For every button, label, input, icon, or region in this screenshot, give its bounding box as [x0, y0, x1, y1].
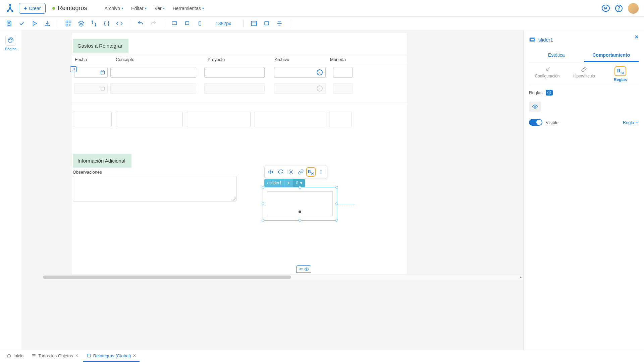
table-row: ↑ [74, 80, 407, 97]
tab-comportamiento[interactable]: Comportamiento [584, 49, 639, 62]
resize-handle[interactable] [299, 219, 301, 222]
connector-icon[interactable] [90, 20, 98, 27]
subtab-configuracion[interactable]: Configuración [529, 63, 566, 85]
rules-icon[interactable]: R(x) [306, 167, 316, 177]
selected-component-box[interactable] [263, 187, 337, 221]
resize-handle[interactable] [262, 202, 264, 205]
resize-handle[interactable] [335, 186, 338, 189]
proyecto-input[interactable] [204, 67, 265, 78]
info-badge-icon[interactable]: ⓘ [546, 90, 553, 96]
resize-handle[interactable] [335, 219, 338, 222]
mobile-icon[interactable] [196, 20, 204, 27]
app-logo-icon[interactable] [5, 4, 15, 13]
alignment-guide [338, 204, 355, 204]
summary-cell[interactable] [255, 112, 325, 127]
tab-inicio[interactable]: Inicio [3, 351, 27, 362]
observaciones-textarea[interactable] [73, 176, 236, 201]
tab-estetica[interactable]: Estética [529, 49, 584, 62]
visible-toggle[interactable] [529, 119, 542, 126]
canvas-wrap[interactable]: Js Gastos a Reintegrar Fecha Concepto Pr… [21, 30, 523, 350]
svg-point-37 [546, 69, 548, 71]
concepto-input[interactable] [110, 67, 196, 78]
more-icon[interactable] [316, 167, 326, 177]
rx-badge[interactable]: Rx [296, 265, 311, 273]
link-icon[interactable] [296, 167, 306, 177]
resize-handle[interactable] [262, 186, 264, 189]
gear-icon[interactable] [286, 167, 296, 177]
chip-add[interactable]: + [284, 179, 293, 187]
rules-label: Reglas [529, 90, 542, 95]
col-proyecto: Proyecto [205, 55, 272, 64]
add-rule-button[interactable]: Regla + [623, 119, 639, 125]
scroll-right-icon[interactable]: ▸ [520, 275, 522, 279]
palette-icon[interactable] [276, 167, 285, 177]
eye-icon [532, 104, 538, 110]
svg-rect-17 [265, 21, 269, 25]
menu-archivo[interactable]: Archivo▾ [104, 6, 123, 11]
table-row: ↑ [74, 64, 407, 80]
archivo-input[interactable]: ↑ [274, 67, 326, 78]
summary-cell[interactable] [187, 112, 251, 127]
summary-cell[interactable] [329, 112, 352, 127]
close-icon[interactable]: ✕ [133, 353, 136, 358]
chevron-down-icon: ▾ [163, 6, 165, 10]
move-icon[interactable] [266, 167, 275, 177]
layers-icon[interactable] [77, 20, 85, 27]
ia-badge[interactable]: IA [602, 5, 610, 12]
window-icon[interactable] [263, 20, 270, 27]
svg-point-38 [534, 106, 536, 108]
visibility-preview[interactable] [529, 102, 541, 112]
summary-cell[interactable] [116, 112, 183, 127]
braces-icon[interactable] [103, 20, 110, 27]
menu-ver[interactable]: Ver▾ [155, 6, 165, 11]
resize-handle[interactable] [299, 186, 301, 189]
redo-icon[interactable] [150, 20, 157, 27]
scrollbar-thumb[interactable] [43, 276, 291, 279]
help-icon[interactable] [614, 4, 623, 13]
create-button[interactable]: + Crear [19, 3, 46, 14]
menu-editar-label: Editar [131, 6, 144, 11]
tab-todos[interactable]: Todos los Objetos ✕ [28, 351, 82, 362]
export-icon[interactable] [44, 20, 51, 27]
calendar-icon [100, 86, 105, 91]
tablet-icon[interactable] [183, 20, 191, 27]
moneda-input[interactable] [333, 67, 353, 78]
svg-rect-8 [69, 21, 71, 23]
component-toolbar: R(x) [264, 166, 327, 178]
desktop-icon[interactable] [171, 20, 178, 27]
subtab-hipervinculo[interactable]: Hipervínculo [566, 63, 602, 85]
viewport-width: 1382px [216, 21, 231, 26]
components-icon[interactable] [65, 20, 72, 27]
save-icon[interactable] [5, 20, 13, 27]
col-archivo: Archivo [272, 55, 327, 64]
svg-rect-9 [66, 24, 68, 26]
summary-cell[interactable] [73, 112, 112, 127]
panel-title: slider1 [529, 36, 635, 43]
undo-icon[interactable] [137, 20, 144, 27]
chevron-left-icon: ‹ [267, 181, 268, 185]
chip-parent[interactable]: ‹slider1 [264, 179, 284, 187]
subtab-label: Hipervínculo [573, 74, 595, 78]
canvas[interactable]: Js Gastos a Reintegrar Fecha Concepto Pr… [72, 33, 407, 274]
fecha-input[interactable] [74, 67, 108, 78]
resize-handle-icon[interactable] [232, 197, 235, 200]
rail-pagina[interactable]: Página [5, 35, 16, 51]
code-icon[interactable] [116, 20, 123, 27]
resize-handle[interactable] [262, 219, 264, 222]
close-icon[interactable]: ✕ [635, 34, 639, 40]
menu-editar[interactable]: Editar▾ [131, 6, 147, 11]
menu-herramientas[interactable]: Herramientas▾ [173, 6, 204, 11]
subtab-reglas[interactable]: R(x) Reglas [602, 63, 639, 85]
check-icon[interactable] [18, 20, 25, 27]
layout-icon[interactable] [250, 20, 258, 27]
align-icon[interactable] [276, 20, 283, 27]
tab-reintegros[interactable]: Reintegros (Global) ✕ [83, 351, 140, 362]
rail-pagina-label: Página [5, 47, 16, 51]
user-avatar[interactable] [628, 3, 639, 14]
link-icon [581, 66, 587, 72]
close-icon[interactable]: ✕ [75, 353, 78, 358]
header-right: IA [602, 3, 639, 14]
play-icon[interactable] [31, 20, 38, 27]
horizontal-scrollbar[interactable]: ◂ ▸ [43, 274, 523, 280]
js-badge[interactable]: Js [70, 66, 77, 72]
